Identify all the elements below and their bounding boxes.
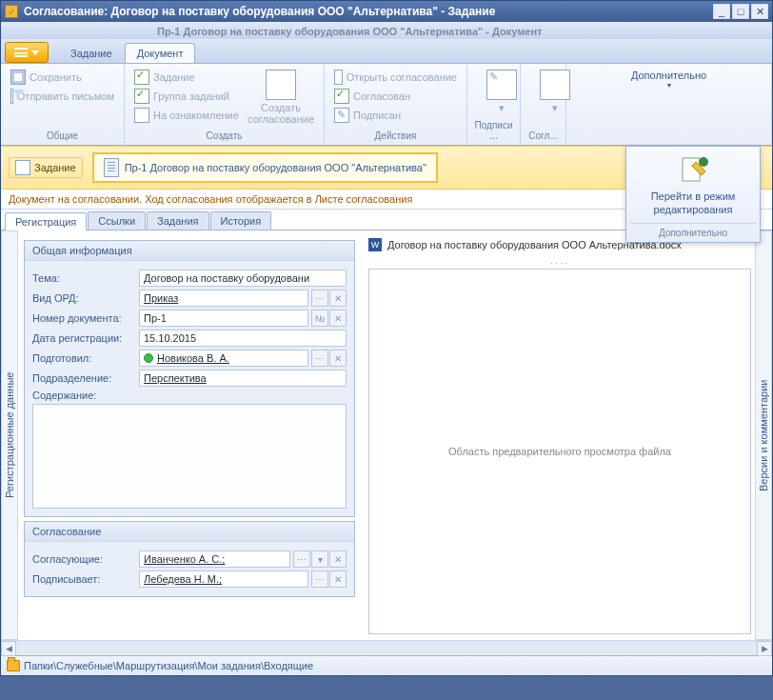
number-clear-button[interactable]: ✕: [329, 310, 347, 327]
maximize-button[interactable]: □: [732, 4, 749, 19]
number-gen-button[interactable]: №: [311, 310, 328, 327]
approvers-label: Согласующие:: [32, 553, 139, 565]
fieldset-general: Общая информация Тема: Договор на постав…: [24, 240, 355, 517]
signer-input[interactable]: Лебедева Н. М.;: [139, 570, 308, 588]
window-titlebar: ✓ Согласование: Договор на поставку обор…: [1, 1, 772, 22]
scroll-left-button[interactable]: ◀: [1, 641, 16, 656]
dept-label: Подразделение:: [32, 372, 139, 384]
topic-input[interactable]: Договор на поставку оборудовани: [139, 270, 347, 287]
create-task-button[interactable]: Задание: [130, 68, 244, 87]
scroll-right-button[interactable]: ▶: [757, 641, 772, 656]
fieldset-general-header: Общая информация: [25, 241, 354, 261]
date-label: Дата регистрации:: [32, 332, 139, 344]
extra-dropdown[interactable]: Дополнительно▾: [572, 68, 765, 91]
document-subtitle: Пр-1 Договор на поставку оборудования ОО…: [1, 22, 772, 39]
open-approval-icon: [334, 70, 343, 85]
send-mail-button[interactable]: Отправить письмом: [7, 87, 118, 106]
document-icon: [104, 158, 119, 177]
content-area: Регистрационные данные Общая информация …: [1, 230, 772, 640]
ribbon-group-common: Общие: [7, 129, 118, 143]
task-icon: [134, 70, 149, 85]
strip-document-box[interactable]: Пр-1 Договор на поставку оборудования ОО…: [92, 152, 438, 183]
signer-clear-button[interactable]: ✕: [329, 570, 347, 588]
signed-button[interactable]: Подписан: [330, 106, 461, 125]
horizontal-scrollbar[interactable]: ◀ ▶: [1, 640, 772, 655]
signer-label: Подписывает:: [32, 573, 139, 585]
window-title: Согласование: Договор на поставку оборуд…: [24, 5, 711, 18]
tab-registration[interactable]: Регистрация: [5, 212, 87, 230]
edit-mode-icon: [677, 154, 709, 187]
edit-mode-dropdown: Перейти в режим редактирования Дополните…: [625, 146, 761, 243]
ribbon-group-actions: Действия: [330, 129, 461, 143]
ribbon-group-signatures: Подписи ...: [473, 118, 514, 143]
ord-label: Вид ОРД:: [32, 292, 139, 304]
status-bar: Папки\Служебные\Маршрутизация\Мои задани…: [1, 655, 772, 675]
tab-links[interactable]: Ссылки: [88, 211, 146, 230]
ord-clear-button[interactable]: ✕: [329, 290, 347, 307]
approvers-clear-button[interactable]: ✕: [329, 550, 347, 568]
ord-input[interactable]: Приказ: [139, 290, 308, 307]
breadcrumb-path[interactable]: Папки\Служебные\Маршрутизация\Мои задани…: [24, 660, 313, 671]
approvers-lookup-button[interactable]: ⋯: [293, 550, 310, 568]
approvers-dropdown-button[interactable]: ▾: [311, 550, 328, 568]
minimize-button[interactable]: _: [713, 4, 730, 19]
approved-button[interactable]: Согласован: [330, 87, 461, 106]
preview-area: W Договор на поставку оборудования ООО А…: [361, 230, 755, 640]
folder-icon: [7, 660, 20, 671]
task-doc-icon: [15, 160, 30, 175]
author-clear-button[interactable]: ✕: [329, 350, 347, 367]
fieldset-approval: Согласование Согласующие: Иванченко А. С…: [24, 521, 355, 597]
app-menu-button[interactable]: [5, 42, 49, 63]
mail-icon: [10, 89, 13, 104]
app-icon: ✓: [5, 5, 18, 18]
topic-label: Тема:: [32, 272, 139, 284]
task-group-icon: [134, 89, 149, 104]
approvers-input[interactable]: Иванченко А. С.;: [139, 550, 290, 568]
right-side-panel-toggle[interactable]: Версии и комментарии: [755, 230, 772, 640]
fieldset-approval-header: Согласование: [25, 522, 354, 542]
content-textarea[interactable]: [32, 404, 347, 509]
left-side-panel-toggle[interactable]: Регистрационные данные: [1, 230, 18, 640]
dropdown-footer: Дополнительно: [630, 223, 756, 238]
strip-task-button[interactable]: Задание: [9, 157, 83, 178]
create-approval-icon: [266, 70, 296, 100]
author-lookup-button[interactable]: ⋯: [311, 350, 328, 367]
ribbon: Сохранить Отправить письмом Общие Задани…: [1, 64, 772, 146]
word-icon: W: [368, 238, 382, 251]
content-label: Содержание:: [32, 390, 139, 401]
tab-history[interactable]: История: [210, 211, 272, 230]
tab-task[interactable]: Задание: [58, 43, 125, 63]
acquaint-icon: [134, 108, 149, 123]
date-input[interactable]: 15.10.2015: [139, 330, 347, 347]
tab-tasks[interactable]: Задания: [147, 211, 208, 230]
form-area: Общая информация Тема: Договор на постав…: [18, 230, 361, 640]
approved-icon: [334, 89, 349, 104]
approval-icon: [540, 70, 570, 100]
drag-handle[interactable]: ····: [368, 257, 751, 269]
save-button[interactable]: Сохранить: [7, 68, 118, 87]
signature-icon: [486, 70, 517, 100]
create-approval-button[interactable]: Создать согласование: [244, 68, 318, 127]
author-label: Подготовил:: [32, 352, 139, 364]
edit-mode-button[interactable]: Перейти в режим редактирования: [630, 190, 756, 217]
ribbon-group-approval: Согл...: [526, 129, 560, 143]
close-button[interactable]: ✕: [751, 4, 768, 19]
number-input[interactable]: Пр-1: [139, 310, 308, 327]
author-input[interactable]: Новикова В. А.: [139, 350, 308, 367]
save-icon: [10, 70, 26, 85]
svg-point-1: [699, 157, 708, 167]
signer-lookup-button[interactable]: ⋯: [311, 570, 328, 588]
signed-icon: [334, 108, 349, 123]
create-acquaint-button[interactable]: На ознакомление: [130, 106, 244, 125]
tab-document[interactable]: Документ: [125, 43, 196, 63]
main-tab-bar: Задание Документ: [1, 39, 772, 64]
number-label: Номер документа:: [32, 312, 139, 324]
preview-placeholder: Область предварительного просмотра файла: [448, 446, 671, 457]
presence-icon: [144, 353, 153, 363]
ord-lookup-button[interactable]: ⋯: [311, 290, 328, 307]
ribbon-group-create: Создать: [130, 129, 318, 143]
open-approval-button[interactable]: Открыть согласование: [330, 68, 461, 87]
preview-box: Область предварительного просмотра файла: [368, 269, 751, 634]
dept-input[interactable]: Перспектива: [139, 370, 347, 387]
create-task-group-button[interactable]: Группа заданий: [130, 87, 244, 106]
